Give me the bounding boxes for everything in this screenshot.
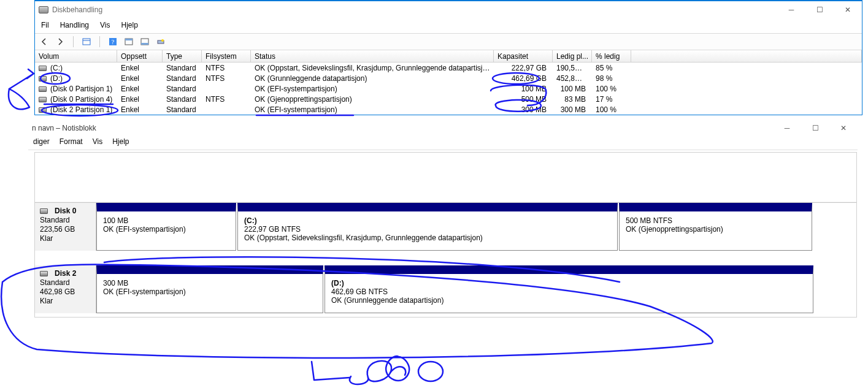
menu-item[interactable]: Vis [93, 137, 102, 146]
disk-icon [39, 107, 47, 113]
col-oppsett[interactable]: Oppsett [117, 50, 163, 62]
notepad-titlebar[interactable]: n navn – Notisblokk ─ ☐ ✕ [28, 121, 858, 135]
disk-label[interactable]: Disk 0Standard223,56 GBKlar [35, 203, 96, 251]
cell-kapasitet: 222,97 GB [494, 64, 553, 72]
partition-status: OK (EFI-systempartisjon) [103, 287, 317, 296]
cell-kapasitet: 462,69 GB [494, 74, 553, 83]
partition-status: OK (Gjenopprettingspartisjon) [626, 225, 805, 234]
cell-kapasitet: 100 MB [494, 85, 553, 93]
cell-type: Standard [163, 74, 202, 83]
volume-row[interactable]: (C:)EnkelStandardNTFSOK (Oppstart, Sidev… [35, 63, 862, 73]
partition[interactable]: 500 MB NTFSOK (Gjenopprettingspartisjon) [619, 203, 812, 251]
cell-type: Standard [163, 85, 202, 93]
layout-bottom-icon[interactable] [139, 36, 150, 47]
notepad-menubar: diger Format Vis Hjelp [28, 135, 858, 150]
properties-icon[interactable] [155, 36, 166, 47]
partition-size: 300 MB [103, 279, 317, 287]
col-volum[interactable]: Volum [35, 50, 117, 62]
maximize-button[interactable]: ☐ [805, 1, 834, 18]
disk-icon [39, 86, 47, 92]
panel-upper-blank [35, 153, 856, 203]
volume-row[interactable]: (Disk 0 Partisjon 4)EnkelStandardNTFSOK … [35, 94, 862, 104]
partition[interactable]: (D:)462,69 GB NTFSOK (Grunnleggende data… [325, 265, 813, 313]
disk-strip: Disk 0Standard223,56 GBKlar100 MBOK (EFI… [35, 203, 856, 254]
maximize-button[interactable]: ☐ [801, 120, 829, 137]
col-spacer [631, 50, 862, 62]
cell-type: Standard [163, 64, 202, 72]
disk-name: Disk 0 [55, 207, 76, 215]
minimize-button[interactable]: ─ [773, 120, 801, 137]
disk-icon [40, 208, 48, 214]
dm-titlebar[interactable]: Diskbehandling ─ ☐ ✕ [35, 1, 862, 18]
forward-icon[interactable] [55, 36, 66, 47]
cell-filsystem: NTFS [202, 64, 251, 72]
disk-state: Klar [40, 234, 91, 243]
col-type[interactable]: Type [163, 50, 202, 62]
volume-row[interactable]: (Disk 0 Partisjon 1)EnkelStandardOK (EFI… [35, 83, 862, 94]
volume-name: (C:) [50, 64, 63, 72]
svg-point-13 [418, 362, 443, 381]
partition[interactable]: (C:)222,97 GB NTFSOK (Oppstart, Sideveks… [237, 203, 618, 251]
disk-size: 223,56 GB [40, 225, 91, 234]
layout-top-icon[interactable] [123, 36, 134, 47]
cell-oppsett: Enkel [117, 64, 163, 72]
app-title: Diskbehandling [52, 6, 102, 14]
help-icon[interactable]: ? [107, 36, 118, 47]
svg-rect-5 [125, 39, 133, 40]
cell-type: Standard [163, 105, 202, 114]
cell-pct: 17 % [592, 95, 631, 104]
disk-state: Klar [40, 297, 91, 305]
cell-ledig: 452,83 GB [553, 74, 592, 83]
disk-label[interactable]: Disk 2Standard462,98 GBKlar [35, 265, 96, 313]
menu-hjelp[interactable]: Hjelp [121, 21, 138, 29]
dm-toolbar: ? [35, 34, 862, 50]
disk-icon [39, 66, 47, 71]
volume-name: (Disk 0 Partisjon 1) [50, 85, 112, 93]
volume-list[interactable]: (C:)EnkelStandardNTFSOK (Oppstart, Sidev… [35, 63, 862, 115]
col-pct[interactable]: % ledig [592, 50, 631, 62]
menu-handling[interactable]: Handling [60, 21, 89, 29]
partition-status: OK (Grunnleggende datapartisjon) [331, 296, 807, 305]
svg-rect-7 [141, 43, 148, 45]
volume-name: (D:) [50, 74, 63, 83]
menu-item[interactable]: Format [60, 137, 83, 146]
notepad-window: n navn – Notisblokk ─ ☐ ✕ diger Format V… [28, 121, 858, 150]
close-button[interactable]: ✕ [829, 120, 858, 137]
svg-rect-0 [83, 39, 90, 45]
close-button[interactable]: ✕ [834, 1, 862, 18]
cell-kapasitet: 300 MB [494, 105, 553, 114]
menu-vis[interactable]: Vis [100, 21, 110, 29]
cell-oppsett: Enkel [117, 105, 163, 114]
back-icon[interactable] [39, 36, 50, 47]
disk-graphical-panel: Disk 0Standard223,56 GBKlar100 MBOK (EFI… [34, 152, 857, 318]
grid-icon[interactable] [81, 36, 92, 47]
col-kapasitet[interactable]: Kapasitet [494, 50, 553, 62]
partition[interactable]: 300 MBOK (EFI-systempartisjon) [96, 265, 323, 313]
menu-item[interactable]: Hjelp [112, 137, 129, 146]
volume-name: (Disk 0 Partisjon 4) [50, 95, 112, 104]
cell-ledig: 100 MB [553, 85, 592, 93]
cell-oppsett: Enkel [117, 95, 163, 104]
col-filsystem[interactable]: Filsystem [202, 50, 251, 62]
col-status[interactable]: Status [251, 50, 494, 62]
volume-row[interactable]: (D:)EnkelStandardNTFSOK (Grunnleggende d… [35, 73, 862, 83]
cell-status: OK (EFI-systempartisjon) [251, 85, 494, 93]
menu-item[interactable]: diger [33, 137, 50, 146]
cell-pct: 85 % [592, 64, 631, 72]
minimize-button[interactable]: ─ [777, 1, 805, 18]
cell-filsystem: NTFS [202, 95, 251, 104]
cell-oppsett: Enkel [117, 85, 163, 93]
app-icon [39, 6, 48, 13]
partition[interactable]: 100 MBOK (EFI-systempartisjon) [96, 203, 236, 251]
disk-icon [39, 76, 47, 82]
notepad-title: n navn – Notisblokk [32, 124, 96, 132]
partition-size: 500 MB NTFS [626, 216, 805, 225]
col-ledig[interactable]: Ledig pl... [553, 50, 592, 62]
partition-status: OK (Oppstart, Sidevekslingsfil, Krasjdum… [244, 234, 611, 242]
cell-status: OK (Oppstart, Sidevekslingsfil, Krasjdum… [251, 64, 494, 72]
volume-list-header: Volum Oppsett Type Filsystem Status Kapa… [35, 50, 862, 63]
menu-fil[interactable]: Fil [41, 21, 49, 29]
partition-title: (C:) [244, 216, 611, 225]
volume-row[interactable]: (Disk 2 Partisjon 1)EnkelStandardOK (EFI… [35, 104, 862, 115]
cell-status: OK (Grunnleggende datapartisjon) [251, 74, 494, 83]
